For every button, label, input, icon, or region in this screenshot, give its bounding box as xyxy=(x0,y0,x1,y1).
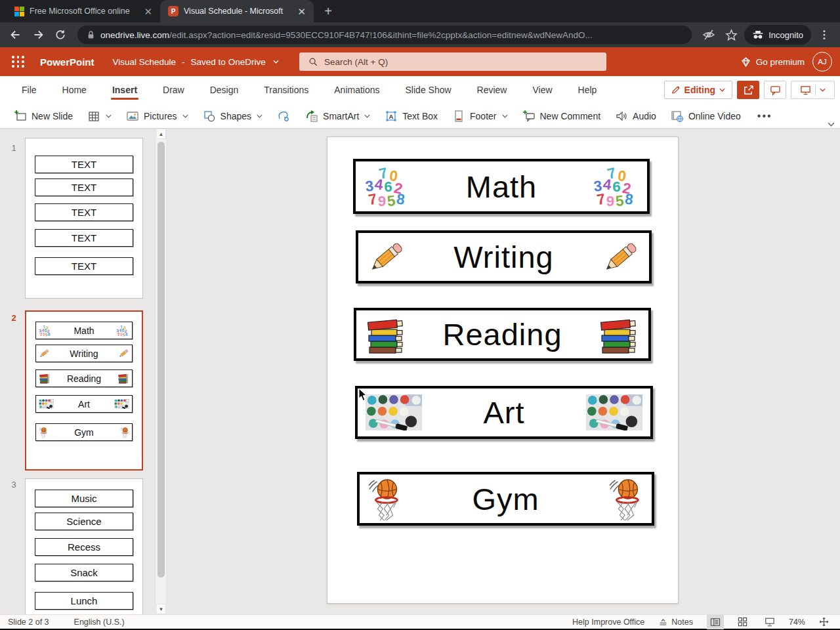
slide-3-thumbnail[interactable]: Music Science Recess Snack Lunch xyxy=(25,478,143,614)
normal-view-button[interactable] xyxy=(707,615,724,629)
schedule-row-art[interactable]: Art xyxy=(355,386,653,439)
slide-1-number: 1 xyxy=(9,143,19,153)
search-input[interactable]: Search (Alt + Q) xyxy=(299,52,606,71)
editing-mode-button[interactable]: Editing xyxy=(664,81,732,99)
notes-toggle[interactable]: Notes xyxy=(655,615,696,629)
slideshow-view-button[interactable] xyxy=(761,615,778,629)
schedule-row-reading[interactable]: Reading xyxy=(354,308,651,361)
table-button[interactable] xyxy=(81,106,117,126)
thumbnail-scrollbar[interactable]: ▲ ▼ xyxy=(155,129,166,614)
account-avatar[interactable]: AJ xyxy=(812,52,832,72)
thumb-text-row: TEXT xyxy=(35,178,133,196)
numbers-icon xyxy=(39,325,52,337)
tab-home[interactable]: Home xyxy=(62,77,87,102)
grid-view-icon xyxy=(738,617,747,627)
chevron-down-icon xyxy=(182,114,188,118)
more-commands-button[interactable]: ••• xyxy=(749,106,780,126)
slide-2-thumbnail[interactable]: Math Writing Reading Art Gym xyxy=(25,310,143,471)
thumb-text-row: Science xyxy=(35,513,133,530)
tab-close-icon[interactable]: ✕ xyxy=(296,7,307,16)
thumb-text-row: Lunch xyxy=(35,592,133,610)
new-comment-icon xyxy=(522,110,536,123)
numbers-icon xyxy=(364,165,411,207)
basketball-icon xyxy=(39,427,48,438)
browser-tab-office[interactable]: Free Microsoft Office online ✕ xyxy=(7,0,160,22)
comments-button[interactable] xyxy=(764,81,786,99)
schedule-row-gym[interactable]: Gym xyxy=(357,472,654,526)
powerpoint-tab-icon: P xyxy=(168,6,178,16)
schedule-row-writing[interactable]: Writing xyxy=(356,230,652,284)
tab-review[interactable]: Review xyxy=(477,77,507,102)
bookmark-star-icon[interactable] xyxy=(722,26,740,44)
tab-slide-show[interactable]: Slide Show xyxy=(406,77,452,102)
pencil-icon xyxy=(600,237,641,278)
text-box-button[interactable]: A Text Box xyxy=(379,106,444,126)
tab-draw[interactable]: Draw xyxy=(163,77,184,102)
collapse-ribbon-icon[interactable] xyxy=(828,122,835,127)
slide-canvas[interactable]: Math Writing Reading Art Gym xyxy=(327,136,679,604)
comment-icon xyxy=(770,85,781,96)
go-premium-button[interactable]: Go premium xyxy=(740,57,805,67)
doodle-button[interactable] xyxy=(271,106,297,126)
slide-sorter-view-button[interactable] xyxy=(734,615,751,629)
basketball-icon xyxy=(608,476,644,522)
table-icon xyxy=(87,110,100,123)
thumb-row-gym: Gym xyxy=(35,423,133,441)
help-improve-office-link[interactable]: Help Improve Office xyxy=(572,618,644,627)
save-status: Saved to OneDrive xyxy=(191,57,266,67)
address-bar[interactable]: onedrive.live.com/edit.aspx?action=edit&… xyxy=(77,26,692,44)
pictures-button[interactable]: Pictures xyxy=(120,106,194,126)
smartart-icon xyxy=(305,110,318,123)
tab-animations[interactable]: Animations xyxy=(334,77,379,102)
text-box-icon: A xyxy=(385,110,398,123)
online-video-button[interactable]: Online Video xyxy=(665,106,747,126)
slideshow-icon xyxy=(765,617,775,627)
zoom-level[interactable]: 74% xyxy=(789,618,805,627)
forward-button[interactable] xyxy=(29,26,47,44)
new-comment-button[interactable]: New Comment xyxy=(516,106,607,126)
diamond-icon xyxy=(740,57,751,67)
mouse-cursor xyxy=(358,388,369,402)
tab-help[interactable]: Help xyxy=(578,77,597,102)
chevron-down-icon xyxy=(106,114,112,118)
schedule-row-math[interactable]: Math xyxy=(353,159,650,214)
app-launcher-icon[interactable] xyxy=(12,56,24,68)
eye-blocked-icon[interactable] xyxy=(700,26,718,44)
browser-menu-icon[interactable] xyxy=(815,26,833,44)
tab-transitions[interactable]: Transitions xyxy=(264,77,308,102)
audio-button[interactable]: Audio xyxy=(609,106,662,126)
fit-slide-button[interactable] xyxy=(816,615,832,629)
scrollbar-thumb[interactable] xyxy=(158,142,165,578)
scroll-down-icon[interactable]: ▼ xyxy=(156,604,166,614)
app-header: PowerPoint Visual Schedule - Saved to On… xyxy=(0,47,840,76)
tab-view[interactable]: View xyxy=(532,77,552,102)
document-title-group[interactable]: Visual Schedule - Saved to OneDrive xyxy=(113,57,279,67)
lock-icon xyxy=(87,30,95,39)
tab-insert[interactable]: Insert xyxy=(112,77,137,102)
new-slide-button[interactable]: New Slide xyxy=(8,106,79,126)
present-button[interactable] xyxy=(791,81,835,99)
language-selector[interactable]: English (U.S.) xyxy=(74,618,125,627)
new-tab-button[interactable]: + xyxy=(319,2,337,20)
chevron-down-icon xyxy=(257,114,262,118)
thumb-text-row: TEXT xyxy=(35,257,133,275)
online-video-icon xyxy=(671,110,684,123)
slide-1-thumbnail[interactable]: TEXT TEXT TEXT TEXT TEXT xyxy=(25,138,143,299)
browser-tab-visual-schedule[interactable]: P Visual Schedule - Microsoft ✕ xyxy=(160,0,314,22)
document-title: Visual Schedule xyxy=(113,57,177,67)
reload-button[interactable] xyxy=(51,26,70,44)
present-icon xyxy=(800,85,811,96)
share-button[interactable] xyxy=(737,81,759,99)
books-icon xyxy=(597,314,640,355)
books-icon xyxy=(39,373,51,384)
shapes-button[interactable]: Shapes xyxy=(197,106,268,126)
tab-design[interactable]: Design xyxy=(210,77,239,102)
thumb-row-math: Math xyxy=(35,322,133,339)
smartart-button[interactable]: SmartArt xyxy=(299,106,376,126)
workspace: 1 TEXT TEXT TEXT TEXT TEXT 2 Math Writin… xyxy=(0,129,840,614)
scroll-up-icon[interactable]: ▲ xyxy=(156,129,166,139)
tab-close-icon[interactable]: ✕ xyxy=(142,7,154,16)
tab-file[interactable]: File xyxy=(22,77,37,102)
back-button[interactable] xyxy=(7,26,25,44)
footer-button[interactable]: Footer xyxy=(446,106,513,126)
